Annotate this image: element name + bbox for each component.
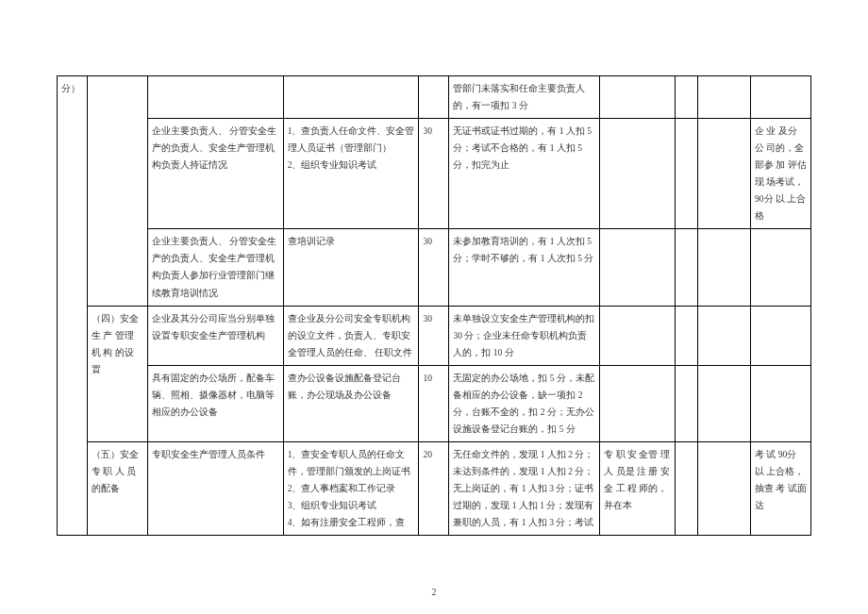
- table-row: 企业主要负责人、 分管安全生产的负责人、安全生产管理机构负责人持证情况 1、查负…: [58, 119, 811, 229]
- cell-blank2: [698, 306, 751, 365]
- cell-note1: [600, 119, 676, 229]
- cell-remark: [751, 306, 811, 365]
- cell-remark: [751, 229, 811, 306]
- cell-method: 查企业及分公司安全专职机构的设立文件，负责人、专职安全管理人员的任命、 任职文件: [283, 306, 419, 365]
- cell-item: 企业主要负责人、 分管安全生产的负责人、安全生产管理机构负责人持证情况: [147, 119, 283, 229]
- cell-method: 查办公设备设施配备登记台账，办公现场及办公设备: [283, 365, 419, 441]
- cell-subcategory: （五）安全专 职 人 员的配备: [87, 441, 147, 535]
- cell-blank2: [698, 441, 751, 535]
- cell-method: [283, 76, 419, 119]
- cell-criteria: 无任命文件的，发现 1 人扣 2 分；未达到条件的，发现 1 人扣 2 分；无上…: [449, 441, 600, 535]
- cell-blank1: [676, 119, 698, 229]
- cell-item: 专职安全生产管理人员条件: [147, 441, 283, 535]
- assessment-table: 分） 管部门未落实和任命主要负责人的，有一项扣 3 分 企业主要负责人、 分管安…: [57, 75, 811, 536]
- cell-blank2: [698, 365, 751, 441]
- cell-note1: [600, 306, 676, 365]
- cell-blank1: [676, 76, 698, 119]
- cell-subcategory: [87, 76, 147, 307]
- page-number: 2: [0, 587, 868, 597]
- cell-score: 10: [419, 365, 449, 441]
- cell-blank1: [676, 306, 698, 365]
- cell-criteria: 未单独设立安全生产管理机构的扣 30 分；企业未任命专职机构负责人的，扣 10 …: [449, 306, 600, 365]
- cell-blank1: [676, 229, 698, 306]
- cell-blank1: [676, 441, 698, 535]
- cell-item: 企业及其分公司应当分别单独设置专职安全生产管理机构: [147, 306, 283, 365]
- table-row: 分） 管部门未落实和任命主要负责人的，有一项扣 3 分: [58, 76, 811, 119]
- cell-score: [419, 76, 449, 119]
- cell-note1: [600, 365, 676, 441]
- cell-remark: 企 业 及分 公 司的，全部参 加 评估 现 场考试，90分 以 上合格: [751, 119, 811, 229]
- cell-remark: 考 试 90分 以 上合格，抽查 考 试面 达: [751, 441, 811, 535]
- cell-method: 1、查负责人任命文件、安全管理人员证书（管理部门） 2、组织专业知识考试: [283, 119, 419, 229]
- cell-subcategory: （四）安全 生 产 管理 机 构 的设 置: [87, 306, 147, 441]
- table-row: 企业主要负责人、 分管安全生产的负责人、安全生产管理机构负责人参加行业管理部门继…: [58, 229, 811, 306]
- cell-blank2: [698, 119, 751, 229]
- cell-remark: [751, 365, 811, 441]
- cell-method: 1、查安全专职人员的任命文件，管理部门颁发的上岗证书 2、查人事档案和工作记录 …: [283, 441, 419, 535]
- cell-criteria: 未参加教育培训的，有 1 人次扣 5 分；学时不够的，有 1 人次扣 5 分: [449, 229, 600, 306]
- cell-note1: [600, 76, 676, 119]
- cell-blank2: [698, 229, 751, 306]
- cell-criteria: 管部门未落实和任命主要负责人的，有一项扣 3 分: [449, 76, 600, 119]
- cell-blank2: [698, 76, 751, 119]
- cell-criteria: 无固定的办公场地，扣 5 分，未配备相应的办公设备，缺一项扣 2 分，台账不全的…: [449, 365, 600, 441]
- cell-blank1: [676, 365, 698, 441]
- cell-method: 查培训记录: [283, 229, 419, 306]
- cell-score: 30: [419, 119, 449, 229]
- cell-note1: [600, 229, 676, 306]
- cell-score: 30: [419, 229, 449, 306]
- cell-score: 30: [419, 306, 449, 365]
- cell-item: 企业主要负责人、 分管安全生产的负责人、安全生产管理机构负责人参加行业管理部门继…: [147, 229, 283, 306]
- table-row: （五）安全专 职 人 员的配备 专职安全生产管理人员条件 1、查安全专职人员的任…: [58, 441, 811, 535]
- cell-item: 具有固定的办公场所，配备车辆、照相、摄像器材，电脑等相应的办公设备: [147, 365, 283, 441]
- cell-note1: 专 职 安 全管 理 人 员是 注 册 安全 工 程 师的，并在本: [600, 441, 676, 535]
- table-row: 具有固定的办公场所，配备车辆、照相、摄像器材，电脑等相应的办公设备 查办公设备设…: [58, 365, 811, 441]
- table-row: （四）安全 生 产 管理 机 构 的设 置 企业及其分公司应当分别单独设置专职安…: [58, 306, 811, 365]
- cell-item: [147, 76, 283, 119]
- cell-category: 分）: [58, 76, 88, 536]
- cell-score: 20: [419, 441, 449, 535]
- cell-remark: [751, 76, 811, 119]
- cell-criteria: 无证书或证书过期的，有 1 人扣 5 分；考试不合格的，有 1 人扣 5 分，扣…: [449, 119, 600, 229]
